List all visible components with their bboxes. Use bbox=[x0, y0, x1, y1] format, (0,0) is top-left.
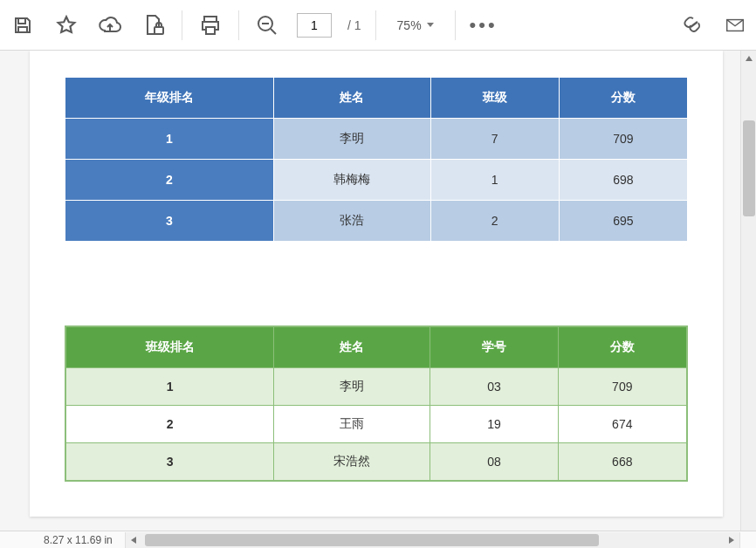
cell-id: 03 bbox=[430, 368, 558, 406]
horizontal-scrollbar[interactable] bbox=[125, 532, 740, 548]
document-viewport: 年级排名 姓名 班级 分数 1 李明 7 709 2 韩梅梅 1 698 bbox=[0, 51, 756, 531]
table-header: 班级 bbox=[430, 78, 559, 119]
grade-ranking-table: 年级排名 姓名 班级 分数 1 李明 7 709 2 韩梅梅 1 698 bbox=[65, 77, 688, 242]
cell-class: 7 bbox=[430, 119, 559, 160]
zoom-out-icon[interactable] bbox=[253, 11, 281, 39]
page-dimensions-label: 8.27 x 11.69 in bbox=[44, 534, 113, 546]
toolbar-separator bbox=[455, 10, 456, 40]
cell-rank: 1 bbox=[65, 368, 274, 406]
table-header: 班级排名 bbox=[65, 326, 274, 368]
cell-id: 08 bbox=[430, 443, 558, 482]
table-row: 1 李明 7 709 bbox=[65, 119, 688, 160]
svg-rect-0 bbox=[155, 27, 163, 34]
mail-icon[interactable] bbox=[726, 11, 744, 39]
print-icon[interactable] bbox=[196, 11, 224, 39]
toolbar-separator bbox=[182, 10, 182, 40]
table-header: 年级排名 bbox=[65, 78, 274, 119]
table-header: 学号 bbox=[430, 326, 558, 368]
cell-rank: 3 bbox=[65, 201, 274, 242]
table-row: 3 张浩 2 695 bbox=[65, 201, 688, 242]
pdf-page: 年级排名 姓名 班级 分数 1 李明 7 709 2 韩梅梅 1 698 bbox=[30, 51, 723, 517]
toolbar-separator bbox=[238, 10, 239, 40]
cell-score: 674 bbox=[558, 406, 687, 443]
table-row: 1 李明 03 709 bbox=[65, 368, 687, 406]
toolbar-separator bbox=[375, 10, 376, 40]
table-header: 分数 bbox=[559, 78, 687, 119]
cell-rank: 1 bbox=[65, 119, 274, 160]
scroll-up-button[interactable] bbox=[741, 51, 756, 66]
cell-name: 李明 bbox=[274, 368, 430, 406]
table-row: 2 王雨 19 674 bbox=[65, 406, 687, 443]
star-icon[interactable] bbox=[52, 11, 80, 39]
table-header: 姓名 bbox=[273, 78, 430, 119]
svg-line-2 bbox=[271, 29, 276, 34]
scroll-right-button[interactable] bbox=[724, 532, 739, 548]
cell-score: 709 bbox=[558, 368, 687, 406]
zoom-value-label: 75% bbox=[397, 18, 422, 32]
table-header: 分数 bbox=[558, 326, 687, 368]
cell-name: 王雨 bbox=[274, 406, 430, 443]
table-header: 姓名 bbox=[274, 326, 430, 368]
more-options-button[interactable]: ••• bbox=[470, 14, 498, 37]
zoom-select[interactable]: 75% bbox=[390, 15, 441, 36]
vertical-scroll-thumb[interactable] bbox=[743, 120, 755, 216]
cell-rank: 3 bbox=[65, 443, 274, 482]
scroll-left-button[interactable] bbox=[126, 532, 141, 548]
save-icon[interactable] bbox=[9, 11, 37, 39]
vertical-scrollbar[interactable] bbox=[740, 51, 756, 531]
cell-score: 698 bbox=[559, 160, 687, 201]
pdf-toolbar: / 1 75% ••• bbox=[0, 0, 756, 51]
page-total-label: / 1 bbox=[347, 18, 361, 32]
cell-score: 709 bbox=[559, 119, 687, 160]
page-number-input[interactable] bbox=[297, 13, 332, 38]
cell-rank: 2 bbox=[65, 160, 274, 201]
cell-score: 695 bbox=[559, 201, 687, 242]
cell-name: 张浩 bbox=[273, 201, 430, 242]
table-row: 2 韩梅梅 1 698 bbox=[65, 160, 688, 201]
chevron-down-icon bbox=[427, 23, 434, 27]
link-icon[interactable] bbox=[679, 11, 707, 39]
cloud-upload-icon[interactable] bbox=[96, 11, 124, 39]
status-bar: 8.27 x 11.69 in bbox=[0, 531, 756, 548]
cell-score: 668 bbox=[558, 443, 687, 482]
class-ranking-table: 班级排名 姓名 学号 分数 1 李明 03 709 2 王雨 19 674 bbox=[65, 325, 688, 482]
cell-id: 19 bbox=[430, 406, 558, 443]
cell-class: 2 bbox=[430, 201, 559, 242]
cell-name: 李明 bbox=[273, 119, 430, 160]
cell-name: 宋浩然 bbox=[274, 443, 430, 482]
page-lock-icon[interactable] bbox=[140, 11, 168, 39]
horizontal-scroll-thumb[interactable] bbox=[145, 534, 599, 546]
cell-rank: 2 bbox=[65, 406, 274, 443]
cell-name: 韩梅梅 bbox=[273, 160, 430, 201]
table-row: 3 宋浩然 08 668 bbox=[65, 443, 687, 482]
cell-class: 1 bbox=[430, 160, 559, 201]
